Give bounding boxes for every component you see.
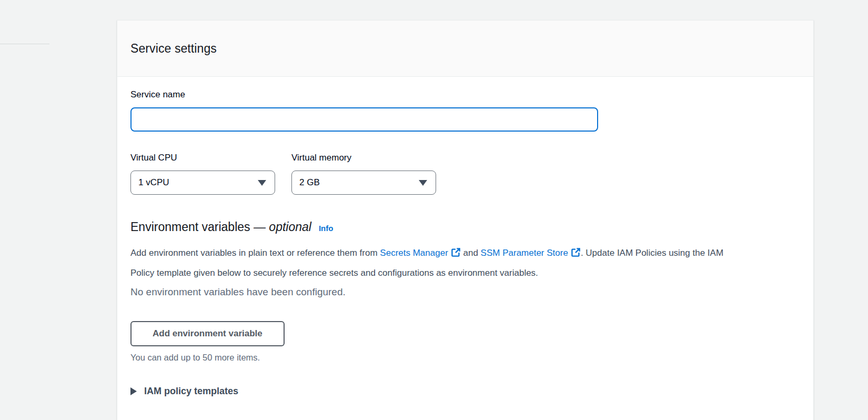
desc-text-2: and	[461, 248, 481, 258]
iam-policy-templates-label: IAM policy templates	[144, 386, 238, 397]
virtual-memory-value: 2 GB	[299, 177, 320, 188]
cpu-memory-row: Virtual CPU 1 vCPU Virtual memory 2 GB	[130, 153, 800, 195]
ssm-parameter-store-link[interactable]: SSM Parameter Store	[481, 248, 581, 258]
service-settings-panel: Service settings Service name Virtual CP…	[117, 20, 814, 420]
virtual-cpu-label: Virtual CPU	[130, 153, 275, 163]
collapsed-sidebar-divider	[0, 44, 49, 44]
env-vars-description: Add environment variables in plain text …	[130, 244, 741, 282]
caret-down-icon	[258, 180, 266, 186]
desc-text-1: Add environment variables in plain text …	[130, 248, 380, 258]
env-vars-empty-message: No environment variables have been confi…	[130, 286, 800, 298]
service-name-field: Service name	[130, 89, 800, 132]
service-name-input[interactable]	[130, 107, 598, 132]
panel-body: Service name Virtual CPU 1 vCPU Virtual …	[117, 77, 813, 397]
service-name-label: Service name	[130, 89, 800, 100]
external-link-icon	[571, 245, 581, 264]
env-vars-limit-note: You can add up to 50 more items.	[130, 353, 800, 363]
panel-header: Service settings	[117, 21, 813, 77]
secrets-manager-link-text: Secrets Manager	[380, 248, 448, 258]
iam-policy-templates-expander[interactable]: IAM policy templates	[130, 386, 800, 397]
virtual-memory-label: Virtual memory	[291, 153, 436, 163]
add-environment-variable-button[interactable]: Add environment variable	[130, 321, 285, 346]
secrets-manager-link[interactable]: Secrets Manager	[380, 248, 460, 258]
env-vars-heading-text: Environment variables	[130, 220, 250, 234]
env-vars-heading: Environment variables — optional	[130, 220, 311, 234]
caret-down-icon	[419, 180, 427, 186]
external-link-icon	[451, 245, 461, 264]
virtual-cpu-select[interactable]: 1 vCPU	[130, 171, 275, 195]
expand-arrow-icon	[130, 387, 137, 396]
virtual-memory-select[interactable]: 2 GB	[291, 171, 436, 195]
virtual-cpu-value: 1 vCPU	[138, 177, 169, 188]
ssm-link-text: SSM Parameter Store	[481, 248, 568, 258]
optional-suffix: — optional	[254, 220, 311, 234]
env-vars-heading-row: Environment variables — optional Info	[130, 220, 800, 234]
virtual-cpu-field: Virtual CPU 1 vCPU	[130, 153, 275, 195]
panel-title: Service settings	[130, 42, 217, 56]
info-link[interactable]: Info	[319, 224, 334, 233]
virtual-memory-field: Virtual memory 2 GB	[291, 153, 436, 195]
